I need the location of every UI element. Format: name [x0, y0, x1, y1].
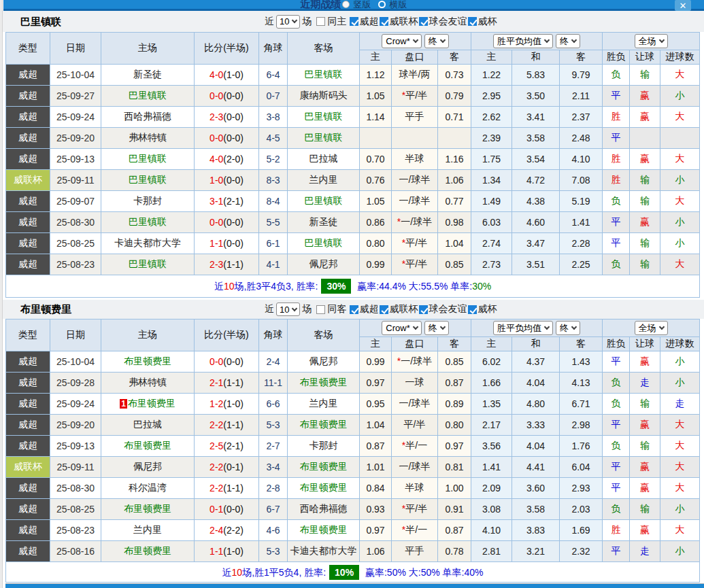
league-checkbox[interactable]	[380, 305, 388, 314]
away-team[interactable]: 卡迪夫都市大学	[288, 541, 360, 562]
europe-final-select[interactable]: 终	[556, 321, 580, 335]
result-handicap: 输	[630, 170, 660, 191]
away-team[interactable]: 巴里镇联	[288, 128, 360, 149]
same-venue-checkbox[interactable]	[316, 17, 325, 26]
home-team[interactable]: 巴拉城	[101, 415, 195, 436]
home-team[interactable]: 新圣徒	[101, 65, 195, 86]
corner: 6-1	[259, 233, 288, 254]
away-team[interactable]: 布里顿费里	[288, 478, 360, 499]
result-handicap: 赢	[630, 86, 660, 107]
same-venue-checkbox[interactable]	[316, 305, 325, 314]
result-goals: 大	[660, 520, 700, 541]
home-team[interactable]: 卡那封	[101, 191, 195, 212]
europe-home: 6.02	[471, 351, 512, 373]
away-team[interactable]: 布里顿费里	[288, 373, 360, 394]
league-checkbox[interactable]	[350, 305, 358, 314]
recent-count-select[interactable]: 10	[276, 302, 300, 316]
away-team[interactable]: 布里顿费里	[288, 457, 360, 478]
europe-home: 1.49	[471, 191, 512, 212]
chevron-down-icon	[658, 324, 664, 330]
recent-count-select[interactable]: 10	[276, 15, 300, 29]
win-rate-badge: 30%	[321, 279, 351, 294]
col-europe: 主	[471, 337, 512, 351]
away-team[interactable]: 西哈弗福德	[288, 499, 360, 520]
europe-odds-select[interactable]: 胜平负均值	[493, 321, 553, 335]
result-handicap: 输	[630, 254, 660, 275]
result-handicap: 输	[630, 191, 660, 212]
match-type: 威超	[6, 478, 50, 499]
home-team[interactable]: 1布里顿费里	[101, 394, 195, 415]
europe-away: 1.43	[560, 351, 603, 373]
result-goals: 小	[660, 351, 700, 373]
home-team[interactable]: 西哈弗福德	[101, 107, 195, 128]
odds-company-select[interactable]: Crow*	[382, 321, 421, 335]
odds-away: 0.87	[438, 373, 471, 394]
home-team[interactable]: 弗林特镇	[101, 373, 195, 394]
score: 1-1(0-0)	[195, 233, 259, 254]
league-checkbox[interactable]	[380, 17, 388, 26]
away-team[interactable]: 巴里镇联	[288, 65, 360, 86]
home-team[interactable]: 布里顿费里	[101, 351, 195, 373]
home-team[interactable]: 弗林特镇	[101, 128, 195, 149]
europe-final-select[interactable]: 终	[556, 34, 580, 48]
europe-away: 7.08	[560, 170, 603, 191]
league-checkbox[interactable]	[419, 17, 428, 26]
away-team[interactable]: 卡那封	[288, 436, 360, 457]
result-goals: 小	[660, 86, 700, 107]
europe-draw: 3.50	[512, 86, 560, 107]
away-team[interactable]: 巴里镇联	[288, 191, 360, 212]
away-team[interactable]: 巴拉城	[288, 149, 360, 170]
away-team[interactable]: 巴里镇联	[288, 233, 360, 254]
fulltime-select[interactable]: 全场	[635, 321, 668, 335]
odds-final-select[interactable]: 终	[424, 321, 449, 335]
away-team[interactable]: 兰内里	[288, 170, 360, 191]
europe-home: 1.35	[471, 394, 512, 415]
away-team[interactable]: 康纳斯码头	[288, 86, 360, 107]
away-team[interactable]: 布里顿费里	[288, 520, 360, 541]
away-team[interactable]: 新圣徒	[288, 212, 360, 233]
rank-badge: 1	[120, 399, 127, 409]
away-team[interactable]: 佩尼邦	[288, 351, 360, 373]
home-team[interactable]: 卡迪夫都市大学	[101, 233, 195, 254]
match-row: 威超 25-09-27 巴里镇联 0-0(0-0) 0-7 康纳斯码头 1.05…	[6, 86, 700, 107]
home-team[interactable]: 佩尼邦	[101, 457, 195, 478]
europe-odds-select[interactable]: 胜平负均值	[493, 34, 553, 48]
close-button[interactable]: ✕	[675, 0, 691, 11]
home-team[interactable]: 兰内里	[101, 520, 195, 541]
home-team[interactable]: 布里顿费里	[101, 436, 195, 457]
page-title: 近期战绩	[301, 0, 341, 11]
col-result: 胜负	[603, 50, 630, 65]
result-wdl: 平	[603, 478, 630, 499]
vertical-radio-label: 竖版	[354, 0, 371, 11]
horizontal-radio[interactable]	[378, 1, 386, 8]
home-team[interactable]: 科尔温湾	[101, 478, 195, 499]
odds-home: 0.97	[360, 373, 392, 394]
vertical-radio[interactable]	[342, 1, 350, 8]
home-team[interactable]: 巴里镇联	[101, 170, 195, 191]
odds-away: 0.98	[438, 212, 471, 233]
home-team[interactable]: 巴里镇联	[101, 149, 195, 170]
handicap: 一/球半	[392, 457, 438, 478]
league-checkbox[interactable]	[350, 17, 358, 26]
odds-company-select[interactable]: Crow*	[382, 34, 421, 48]
away-team[interactable]: 布里顿费里	[288, 415, 360, 436]
league-checkbox[interactable]	[468, 305, 477, 314]
league-checkbox[interactable]	[468, 17, 477, 26]
match-row: 威超 25-09-20 弗林特镇 0-0(0-0) 4-5 巴里镇联 2.39 …	[6, 128, 700, 149]
home-team[interactable]: 巴里镇联	[101, 86, 195, 107]
home-team[interactable]: 巴里镇联	[101, 212, 195, 233]
home-team[interactable]: 巴里镇联	[101, 254, 195, 275]
home-team[interactable]: 布里顿费里	[101, 541, 195, 562]
home-team[interactable]: 布里顿费里	[101, 499, 195, 520]
score: 0-0(0-0)	[195, 212, 259, 233]
result-wdl: 平	[603, 415, 630, 436]
odds-final-select[interactable]: 终	[424, 34, 449, 48]
summary-row: 近10场,胜3平4负3, 胜率:30% 赢率:44.4% 大:55.5% 单率:…	[6, 275, 700, 298]
result-handicap: 赢	[630, 457, 660, 478]
away-team[interactable]: 兰内里	[288, 394, 360, 415]
fulltime-select[interactable]: 全场	[635, 34, 668, 48]
league-checkbox[interactable]	[419, 305, 428, 314]
away-team[interactable]: 巴里镇联	[288, 107, 360, 128]
result-wdl: 负	[603, 254, 630, 275]
away-team[interactable]: 佩尼邦	[288, 254, 360, 275]
